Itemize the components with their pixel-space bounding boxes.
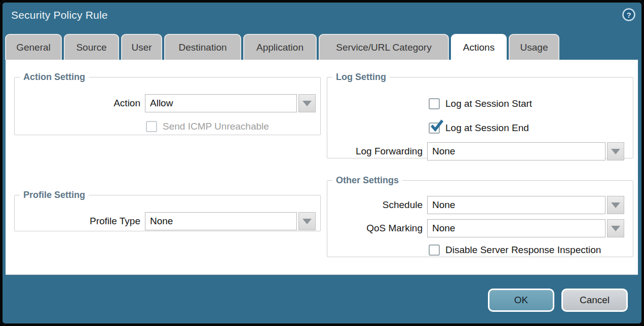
svg-text:?: ? [626,11,631,19]
action-setting-group: Action Setting Action Allow Send ICMP Un… [14,72,321,135]
tab-general[interactable]: General [5,34,62,60]
action-setting-title: Action Setting [20,72,89,83]
log-at-session-start-label: Log at Session Start [445,98,532,109]
tab-user[interactable]: User [121,34,162,60]
cancel-button[interactable]: Cancel [561,289,628,312]
action-dropdown-button[interactable] [298,94,316,112]
other-settings-title: Other Settings [332,175,402,186]
profile-type-dropdown-button[interactable] [298,212,316,230]
schedule-dropdown-button[interactable] [607,196,624,214]
schedule-label: Schedule [327,196,427,214]
help-icon[interactable]: ? [622,8,636,22]
other-settings-group: Other Settings Schedule None QoS Marking… [327,175,633,257]
tab-service-url-category[interactable]: Service/URL Category [319,34,449,60]
action-label: Action [15,94,145,112]
send-icmp-unreachable-label: Send ICMP Unreachable [163,121,269,132]
tab-source[interactable]: Source [64,34,119,60]
log-setting-group: Log Setting Log at Session Start Log at … [327,72,633,158]
disable-server-response-inspection-checkbox[interactable] [429,244,440,256]
tab-application[interactable]: Application [243,34,317,60]
dialog-title: Security Policy Rule [11,9,108,21]
send-icmp-unreachable-checkbox[interactable] [146,121,157,132]
checkmark-icon [430,119,443,132]
log-at-session-end-label: Log at Session End [445,123,529,134]
action-dropdown[interactable]: Allow [145,94,297,112]
disable-server-response-inspection-label: Disable Server Response Inspection [445,244,601,256]
qos-marking-label: QoS Marking [327,219,427,237]
log-at-session-start-checkbox[interactable] [429,98,440,109]
chevron-down-icon [302,101,312,106]
security-policy-rule-dialog: Security Policy Rule ? General Source Us… [0,0,644,326]
chevron-down-icon [611,226,620,231]
chevron-down-icon [611,149,620,154]
tab-usage[interactable]: Usage [509,34,559,60]
log-forwarding-dropdown[interactable]: None [427,142,605,160]
log-forwarding-label: Log Forwarding [327,142,427,160]
actions-tab-panel: Action Setting Action Allow Send ICMP Un… [6,60,638,275]
profile-setting-group: Profile Setting Profile Type None [14,190,321,231]
tab-actions[interactable]: Actions [451,34,507,60]
schedule-dropdown[interactable]: None [427,196,605,214]
ok-button[interactable]: OK [488,289,554,312]
qos-marking-dropdown[interactable]: None [427,219,605,237]
log-setting-title: Log Setting [332,72,390,83]
profile-setting-title: Profile Setting [20,190,89,200]
tab-bar: General Source User Destination Applicat… [5,34,559,60]
profile-type-label: Profile Type [15,212,145,230]
tab-destination[interactable]: Destination [164,34,241,60]
log-at-session-end-checkbox[interactable] [429,123,440,134]
chevron-down-icon [611,202,620,208]
chevron-down-icon [302,219,312,224]
qos-marking-dropdown-button[interactable] [607,219,624,237]
log-forwarding-dropdown-button[interactable] [607,142,624,160]
profile-type-dropdown[interactable]: None [145,212,297,230]
